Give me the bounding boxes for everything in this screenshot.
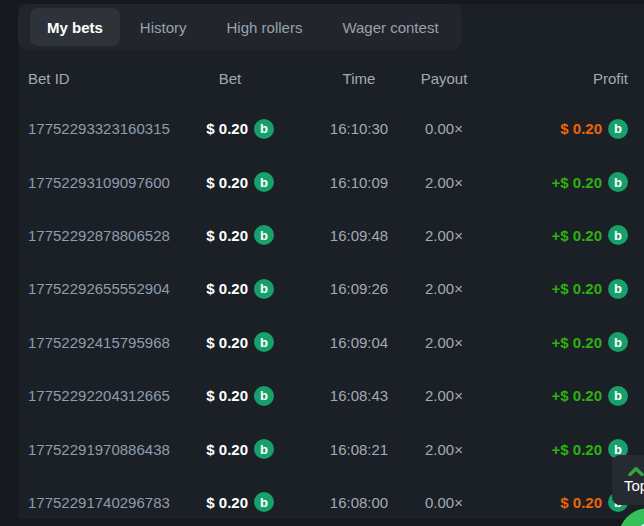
bet-time: 16:10:30 <box>304 120 414 137</box>
bet-profit: +$ 0.20 b <box>474 225 644 245</box>
coin-icon: b <box>254 225 274 245</box>
bet-id: 17752292415795968 <box>18 334 186 351</box>
bet-amount: $ 0.20 b <box>186 332 274 352</box>
bet-value: $ 0.20 <box>206 387 248 404</box>
scroll-to-top-label: Top <box>624 477 644 494</box>
bet-time: 16:09:04 <box>304 334 414 351</box>
tab-wager-contest[interactable]: Wager contest <box>322 8 458 46</box>
bet-profit: +$ 0.20 b <box>474 386 644 406</box>
bet-value: $ 0.20 <box>206 494 248 511</box>
profit-value: $ 0.20 <box>560 120 602 137</box>
bet-payout: 2.00× <box>414 387 474 404</box>
bet-id: 17752291970886438 <box>18 441 186 458</box>
bet-time: 16:09:26 <box>304 280 414 297</box>
bet-payout: 2.00× <box>414 280 474 297</box>
bet-id: 17752292878806528 <box>18 227 186 244</box>
coin-icon: b <box>254 172 274 192</box>
bet-id: 17752292204312665 <box>18 387 186 404</box>
coin-icon: b <box>254 386 274 406</box>
tab-my-bets[interactable]: My bets <box>30 8 120 46</box>
profit-value: +$ 0.20 <box>552 334 602 351</box>
bet-id: 17752293323160315 <box>18 120 186 137</box>
bet-time: 16:08:00 <box>304 494 414 511</box>
bet-payout: 0.00× <box>414 494 474 511</box>
bet-payout: 2.00× <box>414 174 474 191</box>
bet-time: 16:08:21 <box>304 441 414 458</box>
coin-icon: b <box>254 279 274 299</box>
bet-time: 16:10:09 <box>304 174 414 191</box>
coin-icon: b <box>608 119 628 139</box>
tab-high-rollers[interactable]: High rollers <box>207 8 323 46</box>
profit-value: +$ 0.20 <box>552 227 602 244</box>
coin-icon: b <box>608 332 628 352</box>
bet-amount: $ 0.20 b <box>186 119 274 139</box>
bet-value: $ 0.20 <box>206 174 248 191</box>
bet-payout: 2.00× <box>414 334 474 351</box>
bet-value: $ 0.20 <box>206 441 248 458</box>
profit-value: +$ 0.20 <box>552 174 602 191</box>
bet-value: $ 0.20 <box>206 120 248 137</box>
bets-panel: My bets History High rollers Wager conte… <box>18 4 644 519</box>
header-bet: Bet <box>186 70 274 87</box>
bet-amount: $ 0.20 b <box>186 439 274 459</box>
scroll-to-top-button[interactable]: Top <box>612 455 644 505</box>
bet-id: 17752291740296783 <box>18 494 186 511</box>
bet-profit: +$ 0.20 b <box>474 332 644 352</box>
coin-icon: b <box>608 279 628 299</box>
tab-history[interactable]: History <box>120 8 207 46</box>
header-bet-id: Bet ID <box>18 70 186 87</box>
bet-profit: +$ 0.20 b <box>474 172 644 192</box>
table-row[interactable]: 17752292878806528 $ 0.20 b 16:09:48 2.00… <box>18 209 644 262</box>
bet-value: $ 0.20 <box>206 227 248 244</box>
bet-profit: $ 0.20 b <box>474 119 644 139</box>
up-chevron-icon <box>628 467 644 476</box>
bet-amount: $ 0.20 b <box>186 172 274 192</box>
table-row[interactable]: 17752293323160315 $ 0.20 b 16:10:30 0.00… <box>18 102 644 155</box>
header-time: Time <box>304 70 414 87</box>
profit-value: +$ 0.20 <box>552 387 602 404</box>
bet-amount: $ 0.20 b <box>186 386 274 406</box>
table-row[interactable]: 17752292204312665 $ 0.20 b 16:08:43 2.00… <box>18 369 644 422</box>
coin-icon: b <box>254 439 274 459</box>
header-profit: Profit <box>474 70 644 87</box>
bet-value: $ 0.20 <box>206 280 248 297</box>
bet-value: $ 0.20 <box>206 334 248 351</box>
bet-amount: $ 0.20 b <box>186 279 274 299</box>
coin-icon: b <box>608 225 628 245</box>
coin-icon: b <box>254 332 274 352</box>
coin-icon: b <box>254 492 274 512</box>
table-row[interactable]: 17752292655552904 $ 0.20 b 16:09:26 2.00… <box>18 262 644 315</box>
bets-tabbar: My bets History High rollers Wager conte… <box>18 4 462 50</box>
profit-value: +$ 0.20 <box>552 441 602 458</box>
profit-value: +$ 0.20 <box>552 280 602 297</box>
table-row[interactable]: 17752292415795968 $ 0.20 b 16:09:04 2.00… <box>18 316 644 369</box>
bet-amount: $ 0.20 b <box>186 225 274 245</box>
bet-time: 16:09:48 <box>304 227 414 244</box>
coin-icon: b <box>608 386 628 406</box>
bet-payout: 2.00× <box>414 227 474 244</box>
table-header-row: Bet ID Bet Time Payout Profit <box>18 50 644 92</box>
bet-payout: 0.00× <box>414 120 474 137</box>
bet-id: 17752292655552904 <box>18 280 186 297</box>
bet-id: 17752293109097600 <box>18 174 186 191</box>
bet-payout: 2.00× <box>414 441 474 458</box>
coin-icon: b <box>608 172 628 192</box>
bet-amount: $ 0.20 b <box>186 492 274 512</box>
bet-time: 16:08:43 <box>304 387 414 404</box>
table-row[interactable]: 17752291740296783 $ 0.20 b 16:08:00 0.00… <box>18 476 644 526</box>
bet-profit: +$ 0.20 b <box>474 279 644 299</box>
header-payout: Payout <box>414 70 474 87</box>
table-row[interactable]: 17752291970886438 $ 0.20 b 16:08:21 2.00… <box>18 422 644 475</box>
profit-value: $ 0.20 <box>560 494 602 511</box>
coin-icon: b <box>254 119 274 139</box>
table-body: 17752293323160315 $ 0.20 b 16:10:30 0.00… <box>18 92 644 526</box>
table-row[interactable]: 17752293109097600 $ 0.20 b 16:10:09 2.00… <box>18 155 644 208</box>
